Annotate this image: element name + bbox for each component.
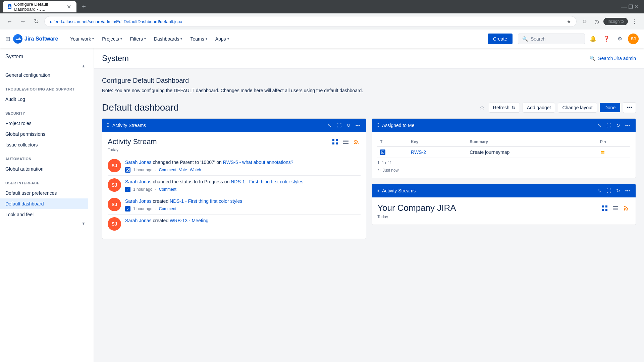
profile-icon[interactable]: ☺ bbox=[579, 16, 590, 27]
sidebar-item-audit-log[interactable]: Audit Log bbox=[0, 94, 88, 105]
watch-link[interactable]: Watch bbox=[190, 168, 201, 172]
comment-link[interactable]: Comment bbox=[159, 187, 176, 192]
sidebar-item-issue-collectors[interactable]: Issue collectors bbox=[0, 139, 88, 150]
activity-gadget2-body: Your Company JIRA bbox=[372, 197, 636, 225]
activity-issue-link[interactable]: NDS-1 - First thing first color styles bbox=[231, 179, 303, 184]
scroll-down-icon[interactable]: ▼ bbox=[82, 221, 86, 226]
gadget-refresh-button[interactable]: ↻ bbox=[344, 121, 353, 129]
nav-your-work[interactable]: Your work ▾ bbox=[66, 29, 98, 48]
comment-link[interactable]: Comment bbox=[159, 168, 176, 172]
minimize-button[interactable]: — bbox=[621, 3, 627, 10]
reload-button[interactable]: ↻ bbox=[31, 16, 42, 27]
activity-user-link[interactable]: Sarah Jonas bbox=[125, 198, 152, 204]
extensions-icon[interactable]: ◷ bbox=[591, 16, 602, 27]
nav-logo[interactable]: Jira Software bbox=[13, 34, 58, 44]
gadget-minimize-button[interactable]: ⤡ bbox=[326, 121, 334, 129]
content-header: System 🔍 Search Jira admin bbox=[94, 48, 644, 69]
sidebar-item-default-dashboard[interactable]: Default dashboard bbox=[0, 198, 88, 209]
activity-user-link[interactable]: Sarah Jonas bbox=[125, 179, 152, 184]
activity-rss-icon[interactable] bbox=[353, 138, 361, 146]
menu-button[interactable]: ⋮ bbox=[629, 16, 640, 27]
maximize-button[interactable]: ❐ bbox=[628, 4, 633, 10]
activity-user-link[interactable]: Sarah Jonas bbox=[125, 160, 152, 165]
assigned-refresh-time: Just now bbox=[383, 168, 398, 173]
gadget2-refresh-button[interactable]: ↻ bbox=[614, 187, 622, 195]
assigned-drag-handle[interactable]: ⠿ bbox=[376, 123, 379, 128]
sidebar-section-troubleshooting: TROUBLESHOOTING AND SUPPORT bbox=[0, 80, 88, 94]
search-jira-admin-button[interactable]: 🔍 Search Jira admin bbox=[590, 56, 636, 61]
refresh-button[interactable]: Refresh ↻ bbox=[489, 103, 520, 113]
activity-list-icon[interactable] bbox=[342, 138, 350, 146]
row-key[interactable]: RWS-2 bbox=[408, 146, 467, 158]
gadget2-minimize-button[interactable]: ⤡ bbox=[595, 187, 603, 195]
col-key[interactable]: Key bbox=[408, 137, 467, 146]
col-summary[interactable]: Summary bbox=[467, 137, 597, 146]
gadget2-expand-button[interactable]: ⛶ bbox=[605, 187, 613, 195]
sidebar-item-global-automation[interactable]: Global automation bbox=[0, 164, 88, 174]
nav-teams[interactable]: Teams ▾ bbox=[186, 29, 211, 48]
gadget-more-button[interactable]: ••• bbox=[354, 121, 362, 129]
assigned-more-button[interactable]: ••• bbox=[624, 121, 632, 129]
change-layout-button[interactable]: Change layout bbox=[558, 103, 597, 113]
close-window-button[interactable]: ✕ bbox=[634, 4, 639, 10]
apps-grid-icon[interactable]: ⊞ bbox=[5, 35, 10, 43]
issue-key-link[interactable]: RWS-2 bbox=[411, 149, 426, 155]
refresh-icon: ↻ bbox=[512, 105, 516, 110]
yc-list-icon[interactable] bbox=[611, 204, 620, 212]
back-button[interactable]: ← bbox=[4, 16, 15, 27]
gadget-expand-button[interactable]: ⛶ bbox=[335, 121, 343, 129]
nav-filters[interactable]: Filters ▾ bbox=[126, 29, 150, 48]
sidebar-item-global-permissions[interactable]: Global permissions bbox=[0, 129, 88, 139]
sidebar-item-project-roles[interactable]: Project roles bbox=[0, 118, 88, 129]
tab-title: Configure Default Dashboard - J... bbox=[14, 2, 63, 12]
sidebar-item-general-config[interactable]: General configuration bbox=[0, 70, 88, 80]
add-gadget-button[interactable]: Add gadget bbox=[523, 103, 555, 113]
vote-link[interactable]: Vote bbox=[179, 168, 187, 172]
activity-sep: · bbox=[155, 187, 156, 192]
activity-table-icon[interactable] bbox=[331, 138, 339, 146]
nav-apps[interactable]: Apps ▾ bbox=[211, 29, 233, 48]
svg-rect-12 bbox=[602, 209, 604, 211]
activity-issue-link[interactable]: RWS-5 - what about annotations? bbox=[223, 160, 293, 165]
col-priority[interactable]: P ▾ bbox=[597, 137, 630, 146]
page-heading: Configure Default Dashboard bbox=[102, 77, 636, 84]
sidebar-item-default-user-prefs[interactable]: Default user preferences bbox=[0, 188, 88, 198]
nav-projects[interactable]: Projects ▾ bbox=[98, 29, 126, 48]
svg-rect-15 bbox=[613, 208, 618, 208]
new-tab-button[interactable]: + bbox=[79, 2, 89, 11]
sidebar-item-look-and-feel[interactable]: Look and feel bbox=[0, 209, 88, 220]
notifications-icon[interactable]: 🔔 bbox=[588, 34, 598, 44]
done-button[interactable]: Done bbox=[600, 103, 620, 112]
svg-rect-14 bbox=[613, 206, 618, 207]
activity-issue-link[interactable]: NDS-1 - First thing first color styles bbox=[170, 198, 242, 204]
tab-close-button[interactable]: ✕ bbox=[67, 4, 71, 10]
scroll-up-icon[interactable]: ▲ bbox=[82, 64, 86, 68]
browser-tab[interactable]: Configure Default Dashboard - J... ✕ bbox=[3, 1, 76, 12]
activity-issue-link[interactable]: WRB-13 - Meeting bbox=[170, 218, 208, 223]
gadget2-drag-handle[interactable]: ⠿ bbox=[376, 188, 379, 193]
sidebar-system-link[interactable]: System bbox=[0, 48, 88, 62]
help-icon[interactable]: ❓ bbox=[601, 34, 612, 44]
nav-dashboards[interactable]: Dashboards ▾ bbox=[150, 29, 186, 48]
assigned-expand-button[interactable]: ⛶ bbox=[605, 121, 613, 129]
user-avatar[interactable]: SJ bbox=[628, 34, 639, 44]
gadgets-grid: ⠿ Activity Streams ⤡ ⛶ ↻ ••• Activi bbox=[102, 118, 636, 239]
star-button[interactable]: ☆ bbox=[478, 103, 486, 113]
forward-button[interactable]: → bbox=[17, 16, 28, 27]
settings-icon[interactable]: ⚙ bbox=[614, 34, 625, 44]
yc-rss-icon[interactable] bbox=[622, 204, 630, 212]
comment-link[interactable]: Comment bbox=[159, 206, 176, 211]
bookmark-icon[interactable]: ★ bbox=[567, 19, 571, 24]
gadget2-more-button[interactable]: ••• bbox=[624, 187, 632, 195]
activity-user-link[interactable]: Sarah Jonas bbox=[125, 218, 152, 223]
more-actions-button[interactable]: ••• bbox=[623, 102, 636, 113]
search-bar[interactable]: 🔍 Search bbox=[518, 34, 585, 44]
activity-text: Sarah Jonas created NDS-1 - First thing … bbox=[125, 198, 361, 205]
gadget-drag-handle[interactable]: ⠿ bbox=[106, 123, 110, 128]
assigned-minimize-button[interactable]: ⤡ bbox=[595, 121, 603, 129]
address-bar[interactable]: uifeed.atlassian.net/secure/admin/EditDe… bbox=[44, 16, 577, 27]
activity-gadget2-actions: ⤡ ⛶ ↻ ••• bbox=[595, 187, 632, 195]
assigned-refresh-button[interactable]: ↻ bbox=[614, 121, 622, 129]
create-button[interactable]: Create bbox=[488, 34, 513, 44]
yc-table-icon[interactable] bbox=[601, 204, 609, 212]
